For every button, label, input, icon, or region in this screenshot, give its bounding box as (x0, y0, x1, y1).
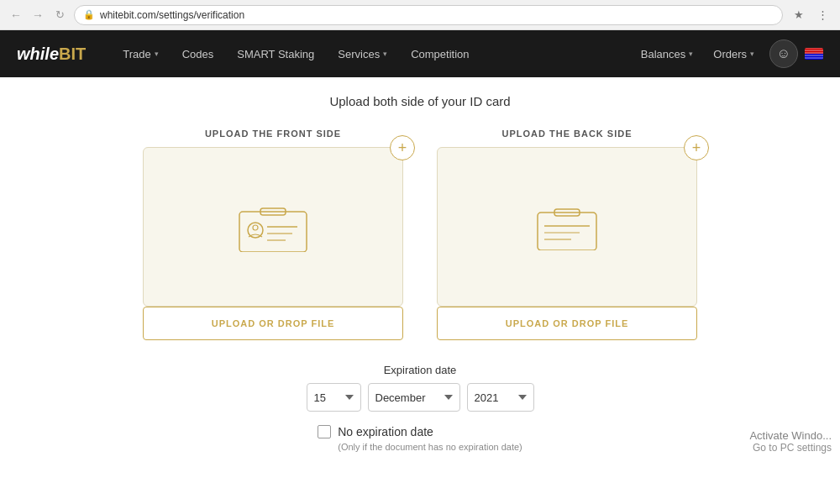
svg-point-3 (253, 225, 258, 230)
front-card-label: UPLOAD THE FRONT SIDE (205, 129, 341, 139)
nav-competition-label: Competition (411, 48, 469, 60)
back-button[interactable]: ← (8, 8, 24, 23)
balances-chevron-icon: ▾ (689, 50, 693, 58)
id-back-icon (533, 204, 601, 250)
expiration-selects: 15 12345 678910 11121314 1617181920 2122… (307, 383, 534, 412)
svg-rect-0 (239, 212, 307, 252)
activate-windows-title: Activate Windo... (749, 429, 832, 442)
expiration-section: Expiration date 15 12345 678910 11121314… (50, 364, 790, 452)
nav-codes[interactable]: Codes (171, 30, 226, 77)
expiration-month-select[interactable]: December JanuaryFebruaryMarchApril MayJu… (368, 383, 460, 412)
nav-services-label: Services (338, 48, 380, 60)
no-expiration-hint: (Only if the document has no expiration … (338, 442, 522, 452)
navbar: while BIT Trade ▾ Codes SMART Staking Se… (0, 30, 840, 77)
nav-smart-staking[interactable]: SMART Staking (225, 30, 326, 77)
refresh-button[interactable]: ↻ (52, 8, 67, 23)
back-area-wrapper: + (437, 147, 697, 307)
nav-balances-label: Balances (641, 48, 685, 60)
nav-right: Balances ▾ Orders ▾ ☺ (633, 30, 823, 77)
forward-button[interactable]: → (30, 8, 45, 23)
services-chevron-icon: ▾ (383, 50, 387, 58)
front-card: UPLOAD THE FRONT SIDE (143, 129, 403, 340)
nav-competition[interactable]: Competition (399, 30, 480, 77)
expiration-year-select[interactable]: 2021 2020202220232024 2025202620272028 2… (467, 383, 534, 412)
no-expiration-row: No expiration date (Only if the document… (318, 425, 522, 452)
back-card: UPLOAD THE BACK SIDE + UPLOA (437, 129, 697, 340)
front-upload-button[interactable]: UPLOAD OR DROP FILE (143, 307, 403, 340)
nav-balances[interactable]: Balances ▾ (633, 30, 701, 77)
activate-windows-subtitle: Go to PC settings (749, 442, 832, 454)
url-text: whitebit.com/settings/verification (100, 9, 244, 21)
menu-button[interactable]: ⋮ (813, 6, 832, 24)
nav-trade-label: Trade (123, 48, 150, 60)
front-add-button[interactable]: + (390, 135, 415, 160)
url-bar[interactable]: 🔒 whitebit.com/settings/verification (74, 5, 783, 25)
expiration-day-select[interactable]: 15 12345 678910 11121314 1617181920 2122… (307, 383, 361, 412)
trade-chevron-icon: ▾ (155, 50, 159, 58)
nav-services[interactable]: Services ▾ (326, 30, 399, 77)
page-title: Upload both side of your ID card (329, 94, 510, 108)
front-upload-area[interactable] (143, 147, 403, 307)
lock-icon: 🔒 (83, 9, 95, 20)
no-exp-label-row: No expiration date (318, 425, 433, 438)
back-upload-area[interactable] (437, 147, 697, 307)
id-front-icon (235, 202, 311, 252)
logo-bit: BIT (59, 45, 86, 64)
svg-rect-7 (538, 213, 596, 250)
activate-windows-watermark: Activate Windo... Go to PC settings (749, 429, 832, 454)
back-add-button[interactable]: + (684, 135, 709, 160)
browser-actions: ★ ⋮ (790, 6, 832, 24)
orders-chevron-icon: ▾ (750, 50, 754, 58)
front-area-wrapper: + (143, 147, 403, 307)
nav-orders[interactable]: Orders ▾ (705, 30, 763, 77)
no-expiration-text: No expiration date (338, 425, 433, 438)
star-button[interactable]: ★ (790, 6, 808, 24)
no-expiration-checkbox[interactable] (318, 425, 331, 438)
logo-white: while (17, 45, 59, 64)
back-card-label: UPLOAD THE BACK SIDE (501, 129, 632, 139)
user-icon: ☺ (777, 46, 790, 61)
back-upload-button[interactable]: UPLOAD OR DROP FILE (437, 307, 697, 340)
nav-smart-staking-label: SMART Staking (237, 48, 314, 60)
user-avatar-button[interactable]: ☺ (769, 39, 798, 68)
upload-section: UPLOAD THE FRONT SIDE (50, 129, 790, 340)
nav-links: Trade ▾ Codes SMART Staking Services ▾ C… (111, 30, 633, 77)
expiration-label: Expiration date (384, 364, 457, 376)
browser-bar: ← → ↻ 🔒 whitebit.com/settings/verificati… (0, 0, 840, 30)
nav-orders-label: Orders (713, 48, 747, 60)
language-flag-icon[interactable] (805, 48, 823, 60)
logo[interactable]: while BIT (17, 45, 86, 64)
page-content: Upload both side of your ID card UPLOAD … (0, 77, 840, 504)
nav-codes-label: Codes (182, 48, 214, 60)
nav-trade[interactable]: Trade ▾ (111, 30, 170, 77)
